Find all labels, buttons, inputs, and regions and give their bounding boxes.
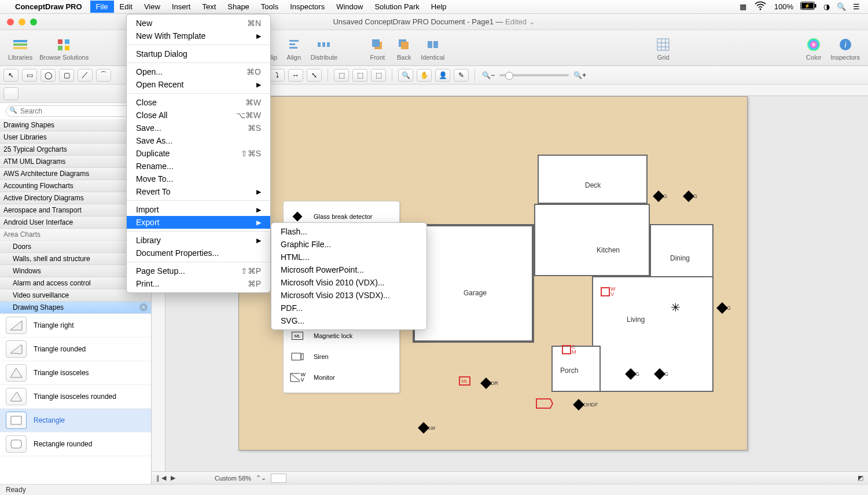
pencil-tool[interactable]: ✎ <box>454 69 469 82</box>
minimize-window-button[interactable] <box>19 19 25 25</box>
file-menu-save-[interactable]: Save...⌘S <box>127 122 270 134</box>
smart-connector-2[interactable]: ⬚ <box>352 69 367 82</box>
pointer-tool[interactable]: ↖ <box>3 69 19 82</box>
connector-tool-4[interactable]: ⤡ <box>307 69 322 82</box>
zoom-window-button[interactable] <box>30 19 37 25</box>
menu-insert[interactable]: Insert <box>166 1 197 13</box>
file-menu-print-[interactable]: Print...⌘P <box>127 277 270 290</box>
file-menu-library[interactable]: Library▶ <box>127 234 270 247</box>
zoom-out-button[interactable]: 🔍− <box>481 69 496 82</box>
connector-tool-2[interactable]: ⤵ <box>270 69 285 82</box>
file-menu-open-[interactable]: Open...⌘O <box>127 65 270 78</box>
sensor-glass-2[interactable]: G <box>685 192 697 200</box>
sensor-wv[interactable]: WV <box>601 287 616 297</box>
file-menu-page-setup-[interactable]: Page Setup...⇧⌘P <box>127 265 270 277</box>
resize-grip-icon[interactable]: ◩ <box>858 474 863 482</box>
rect-tool[interactable]: ▭ <box>22 69 37 82</box>
zoom-tool[interactable]: 🔍 <box>398 69 413 82</box>
tb-back[interactable]: Back <box>394 35 414 61</box>
file-menu-import[interactable]: Import▶ <box>127 203 270 216</box>
file-menu-dropdown[interactable]: New⌘NNew With Template▶Startup DialogOpe… <box>126 14 271 293</box>
sublib-close-icon[interactable]: × <box>139 303 148 311</box>
export-menu-pdf-[interactable]: PDF... <box>271 302 426 314</box>
library-search-input[interactable] <box>6 105 145 117</box>
hand-tool[interactable]: ✋ <box>417 69 432 82</box>
sensor-glass-1[interactable]: G <box>654 192 667 200</box>
smart-connector-3[interactable]: ⬚ <box>371 69 386 82</box>
export-menu-flash-[interactable]: Flash... <box>271 225 426 238</box>
file-menu-export[interactable]: Export▶ <box>127 216 270 229</box>
shape-triangle-right[interactable]: Triangle right <box>0 314 151 338</box>
menu-view[interactable]: View <box>138 1 166 13</box>
connector-tool-3[interactable]: ↔ <box>288 69 303 82</box>
tb-distribute[interactable]: Distribute <box>311 35 337 61</box>
shape-rectangle-rounded[interactable]: Rectangle rounded <box>0 432 151 456</box>
zoom-label[interactable]: Custom 58% <box>215 475 251 482</box>
export-menu-microsoft-powerpoint-[interactable]: Microsoft PowerPoint... <box>271 263 426 276</box>
arc-tool[interactable]: ⌒ <box>96 69 111 82</box>
tb-libraries[interactable]: Libraries <box>8 35 32 61</box>
spotlight-icon[interactable]: 🔍 <box>837 2 846 11</box>
file-menu-open-recent[interactable]: Open Recent▶ <box>127 78 270 91</box>
file-menu-new-with-template[interactable]: New With Template▶ <box>127 30 270 42</box>
file-menu-startup-dialog[interactable]: Startup Dialog <box>127 47 270 60</box>
zoom-slider[interactable] <box>499 74 569 76</box>
menu-tools[interactable]: Tools <box>255 1 284 13</box>
line-tool[interactable]: ／ <box>78 69 93 82</box>
file-menu-new[interactable]: New⌘N <box>127 17 270 30</box>
menu-text[interactable]: Text <box>196 1 222 13</box>
menu-file[interactable]: File <box>90 1 114 13</box>
file-menu-close[interactable]: Close⌘W <box>127 96 270 109</box>
siren-icon-living[interactable]: ✳ <box>671 300 681 314</box>
menu-window[interactable]: Window <box>330 1 369 13</box>
sensor-ml[interactable]: ML <box>459 376 470 386</box>
shape-triangle-isosceles-rounded[interactable]: Triangle isosceles rounded <box>0 385 151 409</box>
app-name[interactable]: ConceptDraw PRO <box>15 2 82 11</box>
file-menu-document-properties-[interactable]: Document Properties... <box>127 247 270 259</box>
tb-inspectors[interactable]: i Inspectors <box>830 35 860 61</box>
menu-help[interactable]: Help <box>425 1 453 13</box>
list-icon[interactable]: ☰ <box>853 2 860 11</box>
sensor-car[interactable]: car <box>420 424 436 432</box>
zoom-stepper[interactable]: ⌃⌄ <box>256 474 266 482</box>
sensor-cm[interactable]: CM <box>562 344 576 355</box>
export-menu-microsoft-visio-2013-vsdx-[interactable]: Microsoft Visio 2013 (VSDX)... <box>271 289 426 302</box>
ellipse-tool[interactable]: ◯ <box>41 69 56 82</box>
shape-rectangle[interactable]: Rectangle <box>0 409 151 432</box>
battery-icon[interactable]: ⚡ <box>800 2 816 12</box>
smart-connector-1[interactable]: ⬚ <box>334 69 349 82</box>
sidebar-view-toggle[interactable] <box>3 87 19 100</box>
wifi-icon[interactable] <box>753 0 767 14</box>
menu-shape[interactable]: Shape <box>222 1 255 13</box>
sublib-drawing-shapes[interactable]: Drawing Shapes × <box>0 302 151 314</box>
shape-triangle-isosceles[interactable]: Triangle isosceles <box>0 361 151 385</box>
status-pager-next[interactable]: ▶ <box>171 474 175 482</box>
input-menu-icon[interactable]: ◑ <box>823 2 830 11</box>
zoom-in-button[interactable]: 🔍+ <box>572 69 587 82</box>
sensor-glass-3[interactable]: G <box>718 304 731 312</box>
control-strip-icon[interactable]: ▦ <box>740 2 746 11</box>
title-dropdown-icon[interactable]: ⌄ <box>529 17 535 26</box>
tb-identical[interactable]: Identical <box>421 35 444 61</box>
rounded-rect-tool[interactable]: ▢ <box>59 69 74 82</box>
export-menu-svg-[interactable]: SVG... <box>271 314 426 327</box>
sensor-dr[interactable]: DR <box>482 379 498 387</box>
status-pager-prev[interactable]: ‖ ◀ <box>156 474 166 482</box>
export-menu-html-[interactable]: HTML... <box>271 251 426 263</box>
tb-align[interactable]: Align <box>284 35 304 61</box>
file-menu-close-all[interactable]: Close All⌥⌘W <box>127 109 270 122</box>
tb-browse-solutions[interactable]: Browse Solutions <box>39 35 89 61</box>
export-submenu[interactable]: Flash...Graphic File...HTML...Microsoft … <box>271 222 427 330</box>
tb-color[interactable]: Color <box>804 35 823 61</box>
menu-solution-park[interactable]: Solution Park <box>369 1 425 13</box>
close-window-button[interactable] <box>7 19 14 25</box>
sensor-glass-5[interactable]: G <box>656 370 668 378</box>
tb-front[interactable]: Front <box>367 35 387 61</box>
menu-inspectors[interactable]: Inspectors <box>284 1 330 13</box>
tb-grid[interactable]: Grid <box>653 35 673 61</box>
file-menu-save-as-[interactable]: Save As... <box>127 134 270 147</box>
file-menu-move-to-[interactable]: Move To... <box>127 173 270 185</box>
page-tabs[interactable] <box>271 474 286 483</box>
sensor-glass-4[interactable]: G <box>627 370 639 378</box>
shape-triangle-rounded[interactable]: Triangle rounded <box>0 338 151 361</box>
